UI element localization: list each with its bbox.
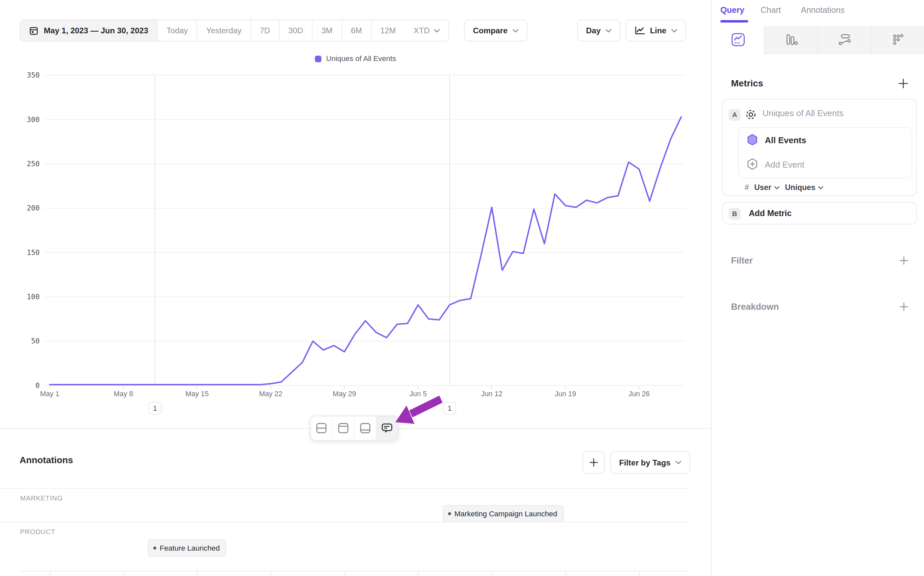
add-filter-plus-icon[interactable] <box>899 256 909 265</box>
annotation-count-label: 1 <box>153 404 157 412</box>
series-line-uniques[interactable] <box>50 117 681 385</box>
y-tick-label: 300 <box>27 115 40 124</box>
chart-view-switcher <box>712 26 924 54</box>
event-row-all-events[interactable]: All Events <box>765 136 806 145</box>
line-chart[interactable]: 050100150200250300350May 1May 8May 15May… <box>0 0 711 444</box>
annotation-bubble-icon <box>381 422 393 434</box>
split-middle-icon <box>316 422 327 434</box>
annotation-group-row-marketing: MARKETINGMarketing Campaign Launched <box>0 488 689 522</box>
count-symbol: # <box>745 183 749 192</box>
insights-report-page: May 1, 2023 — Jun 30, 2023 TodayYesterda… <box>0 0 924 576</box>
x-tick-label: May 15 <box>185 390 209 398</box>
bar-chart-icon <box>783 31 800 48</box>
split-bottom-icon <box>359 422 371 434</box>
timeline-ruler-tick <box>197 571 198 576</box>
user-selector-label: User <box>754 183 771 192</box>
timeline-ruler-tick <box>639 571 640 576</box>
add-event-hexagon-icon[interactable] <box>747 158 758 170</box>
timeline-ruler-tick <box>418 571 419 576</box>
chart-bottom-toolbar <box>310 416 398 440</box>
split-top-button[interactable] <box>332 416 354 440</box>
add-metric-plus-icon[interactable] <box>898 78 908 89</box>
annotation-group-label: MARKETING <box>20 494 63 502</box>
annotation-pill-label: Marketing Campaign Launched <box>455 510 557 518</box>
add-metric-button[interactable]: Add Metric <box>749 208 792 218</box>
breakdown-section-label: Breakdown <box>731 302 779 312</box>
chevron-down-icon <box>774 186 780 189</box>
add-event-button[interactable]: Add Event <box>765 160 804 170</box>
timeline-ruler-tick <box>492 571 492 576</box>
annotation-pill[interactable]: Marketing Campaign Launched <box>442 505 563 522</box>
filter-by-tags-label: Filter by Tags <box>619 458 671 467</box>
metrics-heading: Metrics <box>731 78 763 89</box>
measurement-row: # User Uniques <box>745 183 824 192</box>
timeline-ruler-tick <box>50 571 51 576</box>
metric-b-badge: B <box>729 208 740 220</box>
x-tick-label: May 22 <box>259 390 282 398</box>
x-tick-label: Jun 5 <box>409 390 427 398</box>
x-tick-label: May 8 <box>114 390 133 398</box>
annotation-bubble-button[interactable] <box>376 416 398 440</box>
y-tick-label: 200 <box>27 204 40 212</box>
annotation-dot-icon <box>153 547 156 550</box>
x-tick-label: Jun 19 <box>555 390 576 398</box>
add-annotation-button[interactable] <box>582 451 605 474</box>
y-tick-label: 100 <box>27 293 40 301</box>
annotation-pill-label: Feature Launched <box>160 544 220 552</box>
chevron-down-icon <box>675 461 681 464</box>
timeline-ruler-tick <box>565 571 566 576</box>
annotation-timeline-axis <box>19 571 689 571</box>
x-tick-label: May 1 <box>40 390 59 398</box>
y-tick-label: 150 <box>27 248 40 257</box>
metric-card-a[interactable]: A Uniques of All Events All Events Add E… <box>722 99 917 196</box>
y-tick-label: 350 <box>27 71 40 79</box>
x-tick-label: Jun 12 <box>481 390 503 398</box>
view-insights-line-button[interactable] <box>712 26 764 54</box>
grid-dots-icon <box>889 31 906 48</box>
view-flow-button[interactable] <box>817 26 871 54</box>
annotation-dot-icon <box>448 512 451 515</box>
tab-annotations[interactable]: Annotations <box>801 5 845 15</box>
y-tick-label: 250 <box>27 160 40 168</box>
metric-card-b-add[interactable]: B Add Metric <box>722 202 917 224</box>
flow-icon <box>836 31 852 48</box>
y-tick-label: 50 <box>31 337 40 345</box>
metric-a-badge: A <box>729 109 740 121</box>
annotations-title: Annotations <box>19 455 73 466</box>
filter-section-label: Filter <box>731 255 753 266</box>
tab-chart[interactable]: Chart <box>761 5 781 15</box>
tab-query[interactable]: Query <box>721 5 745 15</box>
split-top-icon <box>337 422 349 434</box>
insights-line-icon <box>729 31 746 48</box>
split-middle-button[interactable] <box>311 416 332 440</box>
split-bottom-button[interactable] <box>354 416 376 440</box>
view-bar-chart-button[interactable] <box>764 26 817 54</box>
annotation-count-label: 1 <box>447 404 452 412</box>
timeline-ruler-tick <box>271 571 271 576</box>
y-tick-label: 0 <box>35 381 40 390</box>
timeline-ruler-tick <box>344 571 345 576</box>
uniques-selector[interactable]: Uniques <box>785 183 823 192</box>
query-sidebar: Query Chart Annotations <box>711 0 924 576</box>
event-list-card: All Events Add Event <box>738 127 912 178</box>
metric-a-title: Uniques of All Events <box>763 108 844 118</box>
user-selector[interactable]: User <box>754 183 780 192</box>
event-scope-icon <box>745 109 756 120</box>
active-tab-indicator <box>721 20 748 22</box>
x-tick-label: May 29 <box>333 390 356 398</box>
plus-icon <box>589 458 598 467</box>
chevron-down-icon <box>819 186 824 189</box>
annotation-pill[interactable]: Feature Launched <box>148 539 226 557</box>
annotation-group-label: PRODUCT <box>20 528 56 535</box>
view-grid-dots-button[interactable] <box>871 26 924 54</box>
event-hexagon-icon <box>747 134 758 146</box>
filter-by-tags-button[interactable]: Filter by Tags <box>610 451 690 474</box>
uniques-selector-label: Uniques <box>785 183 815 192</box>
annotation-group-row-product: PRODUCTFeature Launched <box>0 522 689 571</box>
x-tick-label: Jun 26 <box>629 390 650 398</box>
timeline-ruler-tick <box>123 571 124 576</box>
add-breakdown-plus-icon[interactable] <box>899 302 909 311</box>
